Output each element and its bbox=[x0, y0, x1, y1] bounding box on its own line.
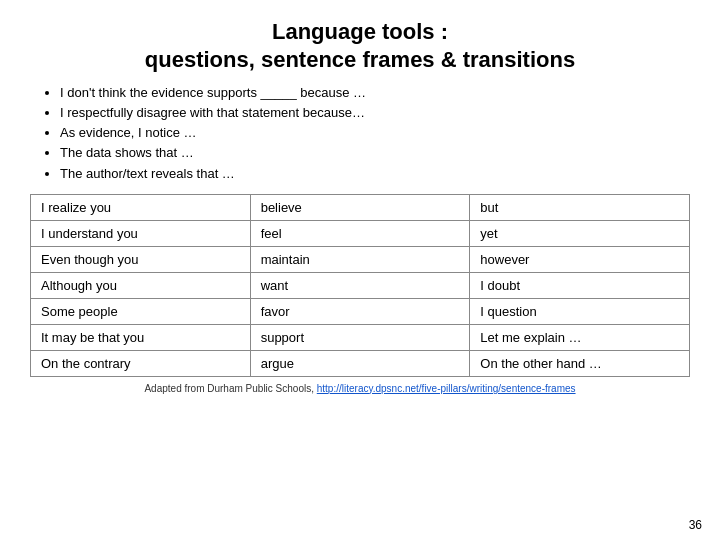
table-cell-3-0: Although you bbox=[31, 272, 251, 298]
table-cell-4-2: I question bbox=[470, 298, 690, 324]
table-cell-0-0: I realize you bbox=[31, 194, 251, 220]
table-row: Although youwantI doubt bbox=[31, 272, 690, 298]
bullet-item-2: I respectfully disagree with that statem… bbox=[60, 103, 690, 123]
table-cell-5-1: support bbox=[250, 324, 470, 350]
table-row: Some peoplefavorI question bbox=[31, 298, 690, 324]
footer: Adapted from Durham Public Schools, http… bbox=[30, 383, 690, 394]
footer-text: Adapted from Durham Public Schools, bbox=[144, 383, 316, 394]
table-cell-1-0: I understand you bbox=[31, 220, 251, 246]
table-cell-0-1: believe bbox=[250, 194, 470, 220]
table-row: On the contraryargueOn the other hand … bbox=[31, 350, 690, 376]
transitions-table: I realize youbelievebutI understand youf… bbox=[30, 194, 690, 377]
table-cell-5-0: It may be that you bbox=[31, 324, 251, 350]
footer-link[interactable]: http://literacy.dpsnc.net/five-pillars/w… bbox=[317, 383, 576, 394]
title-line1: Language tools : bbox=[272, 19, 448, 44]
table-cell-4-0: Some people bbox=[31, 298, 251, 324]
table-cell-0-2: but bbox=[470, 194, 690, 220]
table-cell-3-2: I doubt bbox=[470, 272, 690, 298]
table-row: I understand youfeelyet bbox=[31, 220, 690, 246]
table-row: I realize youbelievebut bbox=[31, 194, 690, 220]
bullet-item-4: The data shows that … bbox=[60, 143, 690, 163]
table-row: Even though youmaintainhowever bbox=[31, 246, 690, 272]
table-cell-6-2: On the other hand … bbox=[470, 350, 690, 376]
table-cell-3-1: want bbox=[250, 272, 470, 298]
table-cell-6-1: argue bbox=[250, 350, 470, 376]
page-number: 36 bbox=[689, 518, 702, 532]
table-cell-5-2: Let me explain … bbox=[470, 324, 690, 350]
page-title: Language tools : questions, sentence fra… bbox=[30, 18, 690, 73]
table-cell-1-2: yet bbox=[470, 220, 690, 246]
table-cell-2-2: however bbox=[470, 246, 690, 272]
table-cell-2-1: maintain bbox=[250, 246, 470, 272]
bullet-item-3: As evidence, I notice … bbox=[60, 123, 690, 143]
page: Language tools : questions, sentence fra… bbox=[0, 0, 720, 540]
bullet-item-5: The author/text reveals that … bbox=[60, 164, 690, 184]
bullet-list: I don't think the evidence supports ____… bbox=[60, 83, 690, 184]
table-cell-6-0: On the contrary bbox=[31, 350, 251, 376]
table-cell-2-0: Even though you bbox=[31, 246, 251, 272]
table-row: It may be that yousupportLet me explain … bbox=[31, 324, 690, 350]
table-cell-4-1: favor bbox=[250, 298, 470, 324]
table-cell-1-1: feel bbox=[250, 220, 470, 246]
bullet-item-1: I don't think the evidence supports ____… bbox=[60, 83, 690, 103]
title-line2: questions, sentence frames & transitions bbox=[145, 47, 575, 72]
